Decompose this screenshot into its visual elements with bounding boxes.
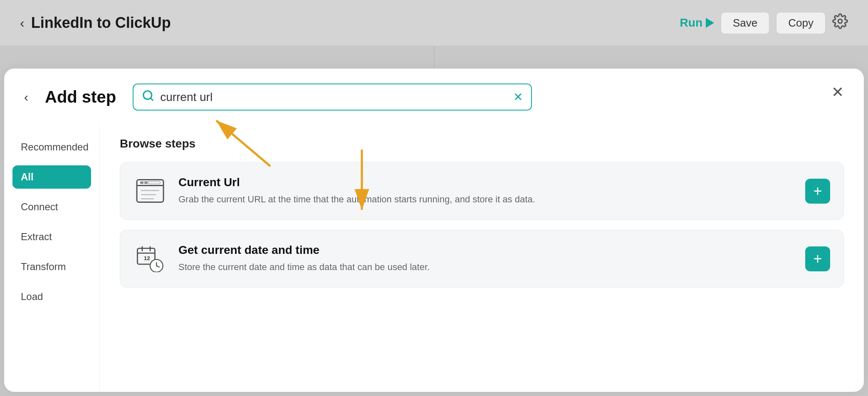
settings-button[interactable] [832, 13, 848, 33]
sidebar-item-transform[interactable]: Transform [12, 255, 91, 278]
modal-panel: ‹ Add step ✕ ✕ Recommended All Connect E… [4, 69, 864, 392]
browse-title: Browse steps [120, 137, 844, 150]
modal-header: ‹ Add step ✕ ✕ [4, 69, 864, 122]
top-bar-left: ‹ LinkedIn to ClickUp [20, 14, 171, 32]
search-icon [142, 89, 154, 105]
svg-rect-6 [144, 182, 148, 184]
run-label: Run [680, 16, 702, 30]
page-title: LinkedIn to ClickUp [31, 14, 171, 32]
sidebar-item-load[interactable]: Load [12, 285, 91, 308]
svg-point-0 [838, 19, 842, 23]
run-button[interactable]: Run [680, 16, 714, 30]
current-url-icon [134, 177, 167, 206]
sidebar: Recommended All Connect Extract Transfor… [4, 122, 100, 392]
sidebar-item-extract[interactable]: Extract [12, 225, 91, 248]
search-box: ✕ [133, 84, 532, 111]
step-info-get-date-time: Get current date and time Store the curr… [178, 244, 794, 274]
search-input[interactable] [160, 91, 507, 104]
svg-line-2 [151, 98, 153, 100]
svg-rect-7 [148, 182, 160, 184]
back-button[interactable]: ‹ [20, 15, 25, 31]
main-content: Browse steps [100, 122, 864, 392]
add-get-date-time-button[interactable]: + [805, 246, 830, 271]
play-icon [706, 18, 714, 28]
add-current-url-button[interactable]: + [805, 179, 830, 204]
step-desc-get-date-time: Store the current date and time as data … [178, 260, 794, 274]
sidebar-item-recommended[interactable]: Recommended [12, 135, 91, 159]
sidebar-item-all[interactable]: All [12, 165, 91, 189]
step-card-get-date-time: 12 Get current date and time Store the c… [120, 230, 844, 288]
top-bar-right: Run Save Copy [680, 12, 848, 34]
step-name-get-date-time: Get current date and time [178, 244, 794, 257]
step-desc-current-url: Grab the current URL at the time that th… [178, 192, 794, 206]
top-bar: ‹ LinkedIn to ClickUp Run Save Copy [0, 0, 868, 46]
svg-rect-5 [140, 182, 143, 184]
modal-body: Recommended All Connect Extract Transfor… [4, 122, 864, 392]
svg-text:12: 12 [144, 255, 150, 261]
copy-button[interactable]: Copy [776, 12, 826, 34]
step-card-current-url: Current Url Grab the current URL at the … [120, 162, 844, 220]
search-clear-button[interactable]: ✕ [513, 90, 523, 104]
modal-back-button[interactable]: ‹ [24, 90, 28, 104]
step-name-current-url: Current Url [178, 176, 794, 189]
get-date-time-icon: 12 [134, 244, 167, 273]
modal-title: Add step [45, 88, 116, 106]
step-info-current-url: Current Url Grab the current URL at the … [178, 176, 794, 206]
save-button[interactable]: Save [721, 12, 769, 34]
sidebar-item-connect[interactable]: Connect [12, 195, 91, 219]
modal-close-button[interactable]: ✕ [831, 84, 844, 101]
